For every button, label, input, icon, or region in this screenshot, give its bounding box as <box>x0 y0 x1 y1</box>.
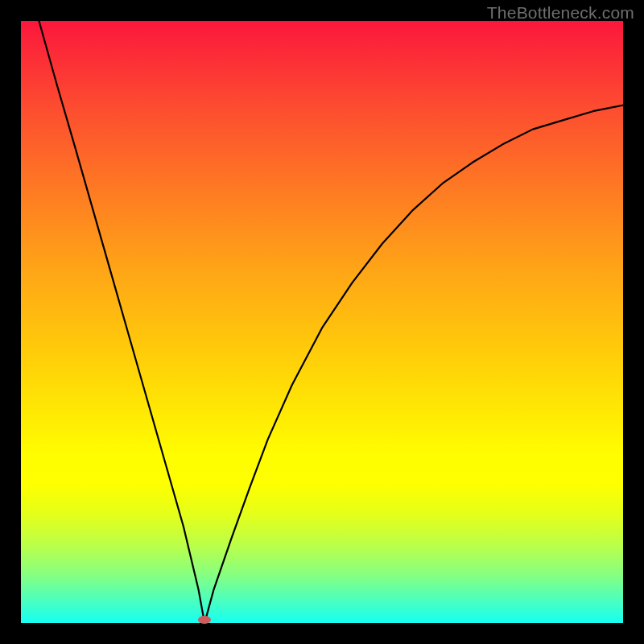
chart-curve <box>21 21 623 623</box>
watermark-text: TheBottleneck.com <box>487 3 634 23</box>
chart-plot-area <box>21 21 623 623</box>
valley-marker <box>198 616 211 624</box>
